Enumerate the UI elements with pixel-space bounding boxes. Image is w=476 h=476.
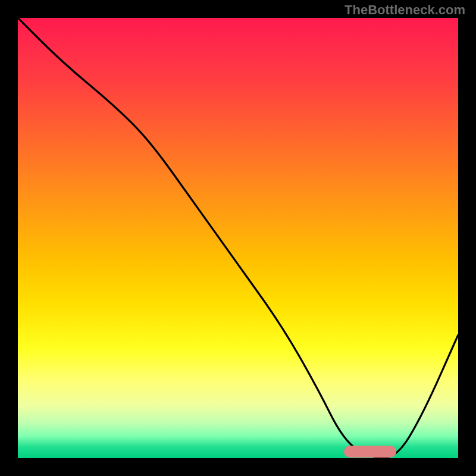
curve-layer [18, 18, 458, 458]
optimal-range-marker [344, 446, 397, 458]
bottleneck-curve [18, 18, 458, 458]
watermark-text: TheBottleneck.com [345, 2, 465, 18]
plot-area [18, 18, 458, 458]
plot-frame [18, 18, 458, 458]
